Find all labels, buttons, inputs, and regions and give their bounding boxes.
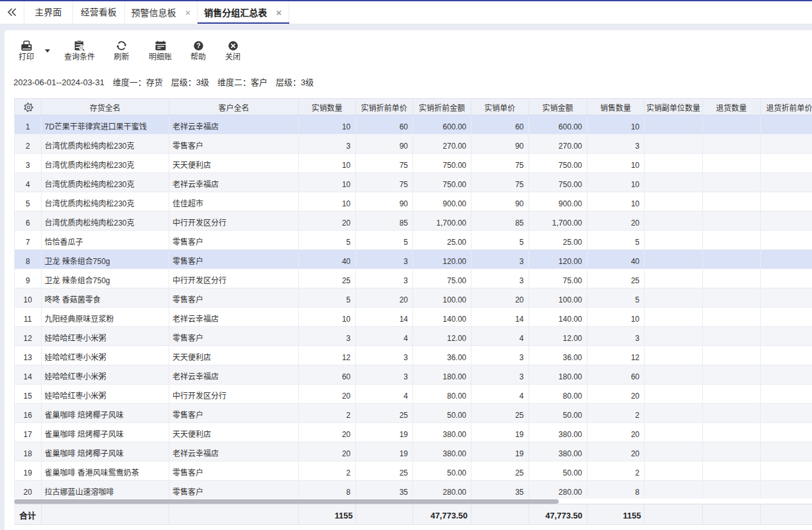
svg-text:?: ? <box>196 42 200 49</box>
